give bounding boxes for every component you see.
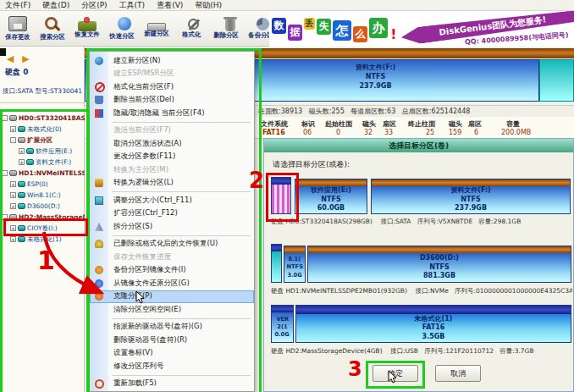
disk-info-hd0: 硬盘 HD0:ST3320418AS(298GB) 接口:SATA 序列号:V5… — [271, 218, 572, 226]
menu-item-remove-drive-letter[interactable]: 删除驱动器号(盘符)(R) — [90, 334, 254, 347]
format-icon — [188, 19, 199, 30]
partition-block-selected-small[interactable] — [271, 177, 291, 214]
delete-icon — [95, 96, 103, 104]
partition-type-bar — [272, 245, 281, 251]
expander-icon[interactable]: + — [10, 192, 16, 198]
partition-block-free[interactable] — [539, 59, 574, 102]
tree-item-software-e[interactable]: +软件应用(E:) — [0, 146, 85, 157]
dialog-title: 选择目标分区(卷) — [264, 139, 573, 152]
expander-icon[interactable]: - — [10, 137, 16, 143]
expander-icon[interactable]: - — [2, 115, 8, 121]
expander-icon[interactable]: + — [19, 148, 25, 154]
slogan-tile: 丢 — [304, 18, 315, 30]
cell-id: 06 — [303, 129, 312, 136]
menu-item-backup-to-image[interactable]: 备份分区到镜像文件(I) — [90, 264, 254, 278]
slogan-tile: 据 — [288, 25, 302, 41]
recover-files-button[interactable]: 恢复文件 — [69, 11, 104, 46]
menu-view[interactable]: 查看(V) — [157, 0, 183, 11]
partition-block-unformatted1[interactable]: 未格式化(1) FAT16 3.5GB — [295, 305, 571, 343]
partition-block-d3600[interactable]: D3600(D:) NTFS 881.3GB — [307, 246, 571, 283]
ad-banner: 数 据 丢 失 怎 么 办 ! 电话:400-008-9958 DiskGeni… — [269, 11, 574, 47]
tree-item-data-f[interactable]: +资料文件(F:) — [0, 157, 85, 168]
ok-button[interactable]: 确定 — [373, 365, 418, 382]
menu-item-format-current[interactable]: 格式化当前分区(F) — [90, 80, 254, 94]
menu-item-set-volume-label[interactable]: 设置卷标(V) — [90, 347, 254, 361]
menu-file[interactable]: 文件(F) — [5, 0, 30, 11]
tree-item-unformatted0[interactable]: +未格式化(0) — [0, 124, 85, 135]
tree-item-d3600[interactable]: +D3600(D:) — [0, 201, 85, 212]
format-button[interactable]: 格式化 — [174, 11, 208, 46]
expander-icon[interactable]: + — [10, 181, 16, 187]
menu-disk[interactable]: 硬盘(D) — [42, 0, 69, 11]
dialog-prompt: 请选择目标分区(或卷): — [273, 159, 350, 170]
partition-block-esp[interactable] — [271, 244, 282, 283]
left-panel: ◀ ▶ 硬盘 0 接口:SATA 型号:ST330041 -HD0:ST3320… — [0, 47, 85, 392]
menu-item-convert-logical[interactable]: 转换为逻辑分区(L) — [90, 177, 254, 190]
expander-icon[interactable]: - — [2, 170, 8, 176]
col-sector2: 扇区 — [468, 119, 482, 129]
cell-head: 32 — [364, 129, 373, 136]
menu-item-change-serial[interactable]: 修改分区序列号 — [90, 360, 254, 373]
disk-nav-arrows[interactable]: ◀ ▶ — [7, 53, 32, 64]
tree-item-esp[interactable]: +ESP(0) — [0, 179, 85, 190]
recover-icon — [95, 240, 103, 248]
menu-item-change-params[interactable]: 更改分区参数(F11) — [90, 151, 254, 164]
selected-partition-texture — [272, 185, 290, 213]
new-partition-button[interactable]: 新建分区 — [139, 11, 174, 46]
menu-item-reload[interactable]: 重新加载(F5) — [90, 378, 254, 391]
menu-item-deactivate[interactable]: 取消分区激活状态(A) — [90, 137, 254, 151]
menu-item-restore-from-image[interactable]: 从镜像文件还原分区(G) — [90, 277, 254, 290]
menu-item-assign-drive-letter[interactable]: 指派新的驱动器号(盘符)(G) — [90, 321, 254, 334]
menu-item-create-new-partition[interactable]: 建立新分区(N) — [90, 54, 254, 68]
clone-icon — [95, 292, 103, 301]
expander-icon[interactable]: + — [10, 203, 16, 209]
menu-item-clone-partition[interactable]: 克隆分区(P) — [90, 290, 254, 304]
expander-icon[interactable]: + — [10, 236, 16, 242]
split-icon — [95, 223, 103, 231]
partition-name: 资料文件(F:) — [212, 63, 538, 73]
quick-partition-button[interactable]: 快速分区 — [104, 11, 139, 46]
extended-partition-icon — [18, 137, 25, 143]
save-changes-button[interactable]: 保存更改 — [0, 11, 35, 46]
partition-icon — [26, 148, 34, 154]
partition-block-ver-small[interactable]: VER 2(1 0.0G — [271, 305, 294, 343]
delete-partition-button[interactable]: 删除分区 — [208, 11, 243, 46]
partition-block-win81-c[interactable]: 8.1( NTFS 3.0G — [284, 246, 306, 283]
menu-item-wipe-free-space[interactable]: 清除分区空闲空间(E) — [90, 303, 254, 317]
partition-block-data-f[interactable]: 资料文件(F:) NTFS 237.9GB — [371, 179, 571, 214]
menu-item-extend-partition[interactable]: 扩容分区(Ctrl_F12) — [90, 207, 254, 221]
partition-type-bar — [308, 246, 571, 253]
expander-icon[interactable]: + — [19, 159, 25, 165]
tree-item-cioy-i[interactable]: +CIOY卷(I:) — [0, 223, 85, 234]
tree-item-hd0[interactable]: -HD0:ST3320418AS(2 — [0, 113, 85, 124]
tree-item-extended[interactable]: -扩展分区 — [0, 135, 85, 146]
disk-info-hd1: 硬盘 HD1:NVMeINTELSSDPE2MB01(932GB) 接口:NVM… — [271, 287, 572, 295]
menu-partition[interactable]: 分区(P) — [81, 0, 107, 11]
tree-item-hd2[interactable]: -HD2:MassStorageDe — [0, 212, 85, 223]
cancel-button[interactable]: 取消 — [435, 365, 481, 382]
search-partition-button[interactable]: 搜索分区 — [35, 11, 69, 46]
menu-tools[interactable]: 工具(T) — [119, 0, 146, 11]
expander-icon[interactable]: + — [10, 225, 16, 231]
mini-map-fragment — [0, 48, 6, 56]
tree-item-win81-c[interactable]: +Win8.1(C:) — [0, 190, 85, 201]
menu-item-recover-deleted[interactable]: 已删除或格式化后的文件恢复(U) — [90, 238, 254, 251]
expander-icon[interactable]: + — [10, 126, 16, 132]
menu-item-resize-partition[interactable]: 调整分区大小(Ctrl_F11) — [90, 194, 254, 207]
partition-tree: -HD0:ST3320418AS(2 +未格式化(0) -扩展分区 +软件应用(… — [0, 113, 85, 245]
tree-item-unformatted1[interactable]: +未格式化(1) — [0, 234, 85, 245]
menu-item-activate: 激活当前分区(F7) — [90, 124, 254, 138]
menu-item-delete-current[interactable]: 删除当前分区(Del) — [90, 94, 254, 108]
menu-item-hide-current[interactable]: 隐藏/取消隐藏 当前分区(F4) — [90, 107, 254, 120]
partition-block-software-e[interactable]: 软件应用(E:) NTFS 60.0GB — [295, 179, 367, 214]
slogan-tile: ! — [389, 26, 398, 42]
menu-item-split-partition[interactable]: 拆分分区(S) — [90, 220, 254, 234]
menu-help[interactable]: 帮助(H) — [195, 0, 222, 11]
search-icon — [43, 16, 62, 31]
expander-icon[interactable]: - — [2, 214, 8, 220]
slogan-tile: 办 — [369, 18, 388, 38]
slogan-tile: 数 — [272, 18, 286, 34]
tree-item-hd1[interactable]: -HD1:NVMeINTELSSDP — [0, 168, 85, 179]
col-head: 磁头 — [362, 119, 376, 129]
backup-partition-icon — [257, 18, 269, 30]
